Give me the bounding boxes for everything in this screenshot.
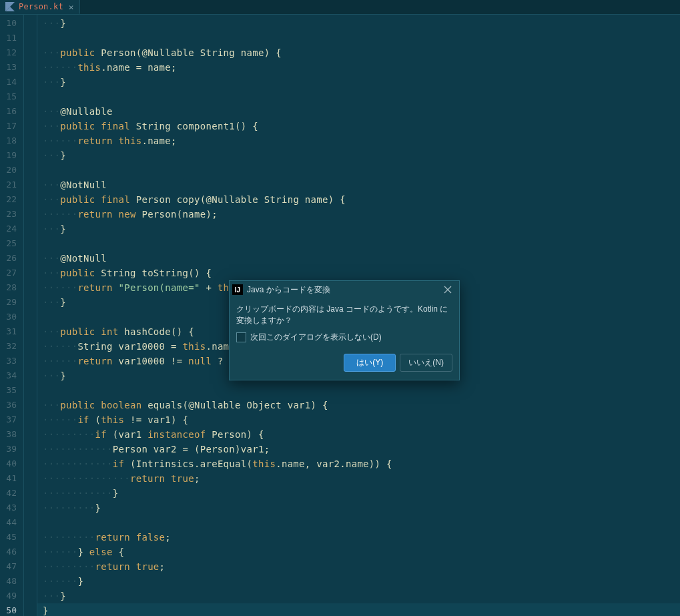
yes-button[interactable]: はい(Y) (344, 354, 396, 372)
intellij-icon: IJ (232, 284, 243, 295)
dialog-message: クリップボードの内容は Java コードのようです。Kotlin に変換しますか… (236, 304, 452, 326)
checkbox-label: 次回このダイアログを表示しない(D) (250, 332, 382, 343)
dialog-checkbox-row[interactable]: 次回このダイアログを表示しない(D) (236, 332, 452, 343)
dialog-buttons: はい(Y) いいえ(N) (230, 354, 459, 380)
convert-java-dialog: IJ Java からコードを変換 クリップボードの内容は Java コードのよう… (229, 280, 460, 380)
dialog-title: Java からコードを変換 (247, 284, 440, 296)
dialog-titlebar[interactable]: IJ Java からコードを変換 (230, 281, 459, 298)
no-button[interactable]: いいえ(N) (400, 354, 452, 372)
dont-show-again-checkbox[interactable] (236, 332, 246, 342)
close-icon[interactable] (440, 283, 455, 296)
dialog-body: クリップボードの内容は Java コードのようです。Kotlin に変換しますか… (230, 298, 459, 354)
dialog-backdrop: IJ Java からコードを変換 クリップボードの内容は Java コードのよう… (0, 0, 680, 616)
